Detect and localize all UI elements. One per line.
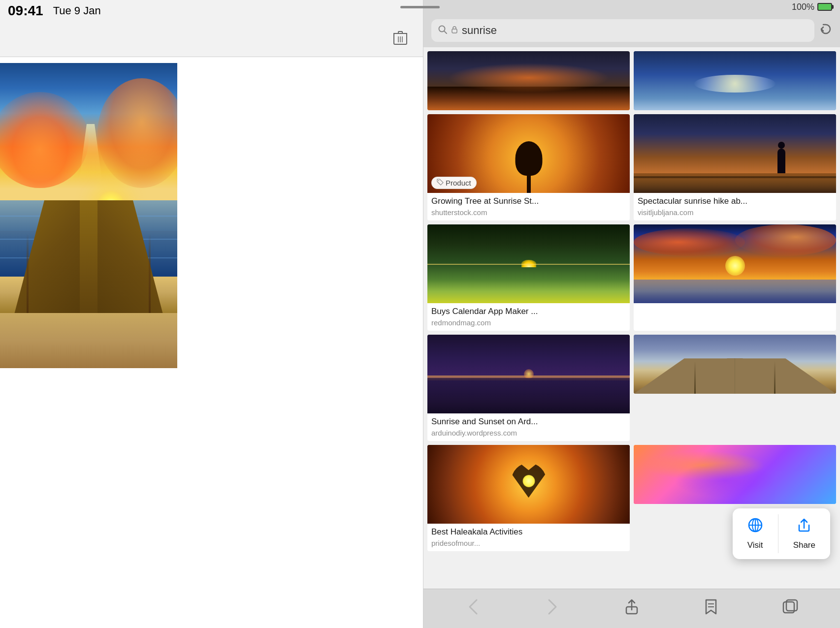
left-panel: 09:41 Tue 9 Jan: [0, 0, 423, 628]
context-menu: Visit Share: [733, 508, 830, 559]
globe-icon: [747, 517, 763, 536]
result-thumb-beach-sunset: [634, 224, 836, 303]
result-domain-sunrise-sunset: arduinodiy.wordpress.com: [431, 429, 626, 437]
search-icon: [438, 25, 447, 36]
result-title-calendar-app: Buys Calendar App Maker ...: [431, 306, 626, 317]
result-thumb-haleakala: [427, 445, 630, 524]
result-card-sunrise-sunset[interactable]: Sunrise and Sunset on Ard... arduinodiy.…: [427, 335, 630, 441]
cloud-b: [735, 224, 837, 256]
back-icon: [468, 598, 479, 619]
tabs-icon: [781, 598, 799, 619]
tree-silhouette: [514, 144, 544, 193]
sun-glow: [725, 256, 745, 276]
result-title-growing-tree: Growing Tree at Sunrise St...: [431, 196, 626, 207]
main-document-image: [0, 63, 177, 368]
tag-icon: [437, 179, 444, 187]
result-thumb-abstract: [634, 445, 836, 504]
svg-rect-7: [452, 29, 457, 33]
result-thumb-burning-man: [427, 51, 630, 110]
sand-layer: [0, 313, 177, 368]
product-badge: Product: [431, 177, 477, 189]
status-bar: 09:41 Tue 9 Jan: [0, 0, 423, 22]
status-bar-indicator: [400, 6, 440, 8]
result-card-haleakala[interactable]: Best Haleakala Activities pridesofmour..…: [427, 445, 630, 551]
document-toolbar: [0, 22, 423, 57]
result-info-spectacular-hike: Spectacular sunrise hike ab... visitljub…: [634, 193, 836, 220]
share-nav-icon: [625, 598, 639, 619]
result-info-haleakala: Best Haleakala Activities pridesofmour..…: [427, 524, 630, 551]
svg-point-8: [438, 180, 439, 181]
result-card-abstract[interactable]: [634, 445, 836, 504]
visit-label: Visit: [747, 540, 763, 550]
result-thumb-growing-tree: Product: [427, 114, 630, 193]
result-domain-spectacular-hike: visitljubljana.com: [638, 208, 832, 217]
result-thumb-sunrise-sunset: [427, 335, 630, 413]
trash-button[interactable]: [389, 29, 411, 50]
battery-percentage: 100%: [792, 2, 814, 12]
share-icon: [796, 517, 812, 536]
tabs-button[interactable]: [778, 597, 802, 621]
share-menu-item[interactable]: Share: [778, 508, 830, 559]
ground: [634, 173, 836, 193]
result-domain-haleakala: pridesofmour...: [431, 539, 626, 547]
result-card-growing-tree[interactable]: Product Growing Tree at Sunrise St... sh…: [427, 114, 630, 220]
battery-icon: [817, 3, 832, 11]
bookmarks-icon: [703, 598, 719, 619]
result-info-growing-tree: Growing Tree at Sunrise St... shuttersto…: [427, 193, 630, 220]
result-card-spectacular-hike[interactable]: Spectacular sunrise hike ab... visitljub…: [634, 114, 836, 220]
result-card-boardwalk[interactable]: [634, 335, 836, 394]
address-bar: sunrise: [423, 14, 840, 47]
browser-panel: 100% sunrise: [423, 0, 840, 628]
result-thumb-calendar-app: [427, 224, 630, 303]
result-thumb-false-sunrise: [634, 51, 836, 110]
reload-button[interactable]: [819, 23, 832, 38]
result-thumb-spectacular-hike: [634, 114, 836, 193]
trash-icon: [393, 30, 407, 49]
back-button[interactable]: [461, 597, 485, 621]
result-domain-calendar-app: redmondmag.com: [431, 318, 626, 327]
result-card-beach-sunset[interactable]: [634, 224, 836, 331]
result-thumb-boardwalk: [634, 335, 836, 394]
result-card-false-sunrise[interactable]: False sunrise - Wikipedia en.wikipedia.o…: [634, 51, 836, 110]
status-date: Tue 9 Jan: [53, 4, 101, 17]
browser-status-bar: 100%: [423, 0, 840, 14]
horizon-line: [427, 264, 630, 265]
url-input[interactable]: sunrise: [431, 19, 814, 42]
cloud-left: [0, 92, 89, 188]
cloud-a: [634, 228, 745, 256]
visit-menu-item[interactable]: Visit: [733, 508, 778, 559]
bookmarks-button[interactable]: [699, 597, 723, 621]
document-content: [0, 63, 423, 368]
forward-icon: [547, 598, 558, 619]
svg-line-6: [444, 31, 447, 33]
result-title-haleakala: Best Haleakala Activities: [431, 527, 626, 537]
browser-nav-bar: [423, 589, 840, 628]
result-title-spectacular-hike: Spectacular sunrise hike ab...: [638, 196, 832, 207]
result-info-beach-sunset: [634, 303, 836, 312]
result-card-burning-man[interactable]: Burning Man 2018: Sunrise … rgj.com: [427, 51, 630, 110]
battery-status: 100%: [792, 2, 832, 12]
result-title-sunrise-sunset: Sunrise and Sunset on Ard...: [431, 416, 626, 427]
forward-button[interactable]: [541, 597, 564, 621]
product-badge-label: Product: [446, 179, 471, 187]
person-silhouette: [777, 149, 785, 173]
lock-icon: [451, 26, 458, 35]
share-label: Share: [793, 540, 815, 550]
result-domain-growing-tree: shutterstock.com: [431, 208, 626, 217]
result-card-calendar-app[interactable]: Buys Calendar App Maker ... redmondmag.c…: [427, 224, 630, 331]
share-button[interactable]: [620, 597, 644, 621]
status-time: 09:41: [8, 3, 43, 19]
result-info-sunrise-sunset: Sunrise and Sunset on Ard... arduinodiy.…: [427, 413, 630, 441]
url-text: sunrise: [462, 24, 808, 37]
cloud-right: [97, 78, 177, 188]
result-info-calendar-app: Buys Calendar App Maker ... redmondmag.c…: [427, 303, 630, 331]
search-results-grid: Burning Man 2018: Sunrise … rgj.com Fals…: [423, 47, 840, 589]
